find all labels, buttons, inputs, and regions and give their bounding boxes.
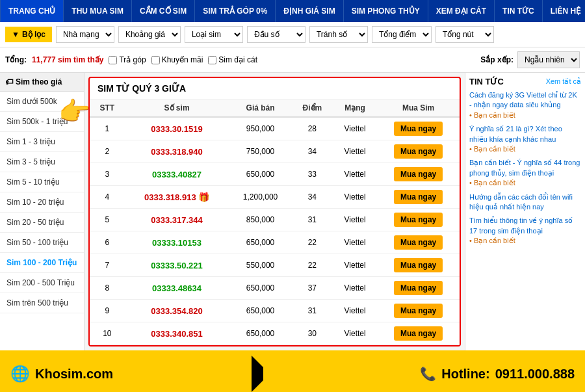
cell-sosim[interactable]: 0333.340.851 — [125, 322, 229, 345]
sort-select[interactable]: Ngẫu nhiên — [517, 51, 580, 68]
news-sub: • Bạn cần biết — [469, 179, 515, 187]
cell-sosim[interactable]: 0333.318.940 — [125, 140, 229, 163]
cell-sosim[interactable]: 0333.317.344 — [125, 209, 229, 231]
sidebar-item-0[interactable]: Sim dưới 500k — [0, 92, 84, 112]
nav-item-simphongthuy[interactable]: SIM PHONG THỦY — [344, 0, 428, 22]
buy-button[interactable]: Mua ngay — [394, 326, 443, 341]
checkbox-tragop[interactable]: Trả góp — [109, 55, 146, 64]
buy-button[interactable]: Mua ngay — [394, 144, 443, 159]
main-content: 🏷 Sim theo giá Sim dưới 500k Sim 500k - … — [0, 73, 585, 350]
cell-muasim[interactable]: Mua ngay — [377, 277, 460, 300]
nav-item-xemdaicat[interactable]: XEM ĐẠI CÁT — [428, 0, 495, 22]
sidebar-item-2[interactable]: Sim 1 - 3 triệu — [0, 132, 84, 152]
center-content: 👈 SIM TỪ QUÝ 3 GIỮA STT Số sim Giá bán Đ… — [84, 73, 465, 350]
checkbox-tragop-input[interactable] — [109, 56, 117, 64]
col-diem: Điểm — [292, 99, 333, 117]
cell-sosim[interactable]: 0333.318.913 🎁 — [125, 186, 229, 209]
cell-sosim[interactable]: 03333.40827 — [125, 163, 229, 186]
cell-muasim[interactable]: Mua ngay — [377, 163, 460, 186]
news-link[interactable]: Tìm hiểu thông tin về ý nghĩa số 17 tron… — [469, 216, 573, 234]
nav-item-simtragop[interactable]: SIM TRẢ GÓP 0% — [195, 0, 276, 22]
table-row: 7 03333.50.221 550,000 22 Viettel Mua ng… — [90, 254, 460, 277]
totalnut-select[interactable]: Tổng nút — [436, 26, 494, 43]
tag-icon: 🏷 — [5, 77, 13, 86]
sidebar-item-4[interactable]: Sim 5 - 10 triệu — [0, 172, 84, 192]
cell-muasim[interactable]: Mua ngay — [377, 186, 460, 209]
cell-muasim[interactable]: Mua ngay — [377, 322, 460, 345]
checkbox-khuyenmai[interactable]: Khuyến mãi — [151, 55, 203, 64]
nav-item-thumuasim[interactable]: THU MUA SIM — [64, 0, 132, 22]
sidebar-item-9[interactable]: Sim 200 - 500 Triệu — [0, 273, 84, 293]
sort-bar: Tổng: 11,777 sim tìm thấy Trả góp Khuyến… — [0, 47, 585, 73]
news-item: Bạn cần biết - Ý nghĩa số 44 trong phong… — [469, 158, 581, 188]
cell-muasim[interactable]: Mua ngay — [377, 300, 460, 322]
cell-muasim[interactable]: Mua ngay — [377, 117, 460, 140]
nav-item-tintuc[interactable]: TIN TỨC — [495, 0, 543, 22]
cell-giaban: 750,000 — [229, 140, 291, 163]
buy-button[interactable]: Mua ngay — [394, 281, 443, 295]
buy-button[interactable]: Mua ngay — [394, 235, 443, 250]
news-link[interactable]: Ý nghĩa số 21 là gì? Xét theo nhiều khía… — [469, 125, 562, 142]
footer-logo: Khosim.com — [35, 367, 113, 382]
sidebar-item-7[interactable]: Sim 50 - 100 triệu — [0, 233, 84, 253]
cell-stt: 6 — [90, 231, 125, 254]
cell-stt: 4 — [90, 186, 125, 209]
news-list: Cách đăng ký 3G Viettel chỉ từ 2K - nhận… — [469, 90, 581, 246]
news-link[interactable]: Hướng dẫn các cách đổi tên wifi hiệu quả… — [469, 193, 573, 211]
table-row: 9 0333.354.820 650,000 31 Viettel Mua ng… — [90, 300, 460, 322]
news-link[interactable]: Cách đăng ký 3G Viettel chỉ từ 2K - nhận… — [469, 91, 577, 109]
nav-item-lienhe[interactable]: LIÊN HỆ — [543, 0, 585, 22]
cell-muasim[interactable]: Mua ngay — [377, 140, 460, 163]
sidebar-item-5[interactable]: Sim 10 - 20 triệu — [0, 192, 84, 213]
buy-button[interactable]: Mua ngay — [394, 122, 443, 136]
checkbox-khuyenmai-input[interactable] — [151, 56, 160, 64]
buy-button[interactable]: Mua ngay — [394, 190, 443, 204]
news-viewall[interactable]: Xem tất cả — [546, 77, 581, 86]
checkbox-simdaicat[interactable]: Sim đại cát — [208, 55, 257, 64]
col-mang: Mạng — [333, 99, 377, 117]
cell-mang: Viettel — [333, 300, 377, 322]
news-link[interactable]: Bạn cần biết - Ý nghĩa số 44 trong phong… — [469, 159, 580, 176]
buy-button[interactable]: Mua ngay — [394, 304, 443, 318]
cell-muasim[interactable]: Mua ngay — [377, 209, 460, 231]
sidebar-item-6[interactable]: Sim 20 - 50 triệu — [0, 213, 84, 233]
nav-item-trangchu[interactable]: TRANG CHỦ — [0, 0, 64, 22]
cell-stt: 3 — [90, 163, 125, 186]
network-select[interactable]: Nhà mạng — [56, 26, 114, 43]
cell-muasim[interactable]: Mua ngay — [377, 231, 460, 254]
checkbox-simdaicat-input[interactable] — [208, 56, 216, 64]
sidebar-item-8[interactable]: Sim 100 - 200 Triệu — [0, 253, 84, 273]
totaldiem-select[interactable]: Tổng điểm — [372, 26, 432, 43]
cell-mang: Viettel — [333, 117, 377, 140]
cell-mang: Viettel — [333, 209, 377, 231]
buy-button[interactable]: Mua ngay — [394, 258, 443, 272]
buy-button[interactable]: Mua ngay — [394, 213, 443, 227]
nav-item-camcosim[interactable]: CẦM CỐ SIM — [132, 0, 195, 22]
filter-icon: ▼ — [12, 30, 20, 39]
prefix-select[interactable]: Đầu số — [247, 26, 306, 43]
news-header: TIN TỨC Xem tất cả — [469, 77, 581, 86]
sim-card-wrapper: 👈 SIM TỪ QUÝ 3 GIỮA STT Số sim Giá bán Đ… — [88, 77, 461, 346]
price-select[interactable]: Khoảng giá — [118, 26, 181, 43]
cell-sosim[interactable]: 0333.30.1519 — [125, 117, 229, 140]
col-giaban: Giá bán — [229, 99, 291, 117]
filter-button[interactable]: ▼ Bộ lọc — [5, 27, 52, 42]
sidebar-item-10[interactable]: Sim trên 500 triệu — [0, 293, 84, 313]
simtype-select[interactable]: Loại sim — [185, 26, 243, 43]
price-sidebar: 🏷 Sim theo giá Sim dưới 500k Sim 500k - … — [0, 73, 84, 350]
cell-diem: 22 — [292, 231, 333, 254]
cell-sosim[interactable]: 0333.354.820 — [125, 300, 229, 322]
sidebar-item-1[interactable]: Sim 500k - 1 triệu — [0, 112, 84, 132]
cell-sosim[interactable]: 03333.50.221 — [125, 254, 229, 277]
cell-giaban: 950,000 — [229, 117, 291, 140]
sidebar-item-3[interactable]: Sim 3 - 5 triệu — [0, 152, 84, 172]
avoid-select[interactable]: Tránh số — [309, 26, 368, 43]
cell-sosim[interactable]: 03333.10153 — [125, 231, 229, 254]
cell-stt: 10 — [90, 322, 125, 345]
cell-stt: 1 — [90, 117, 125, 140]
cell-muasim[interactable]: Mua ngay — [377, 254, 460, 277]
nav-item-dinhgiasim[interactable]: ĐỊNH GIÁ SIM — [276, 0, 343, 22]
buy-button[interactable]: Mua ngay — [394, 167, 443, 181]
sim-card-title: SIM TỪ QUÝ 3 GIỮA — [90, 78, 460, 99]
cell-sosim[interactable]: 03333.48634 — [125, 277, 229, 300]
